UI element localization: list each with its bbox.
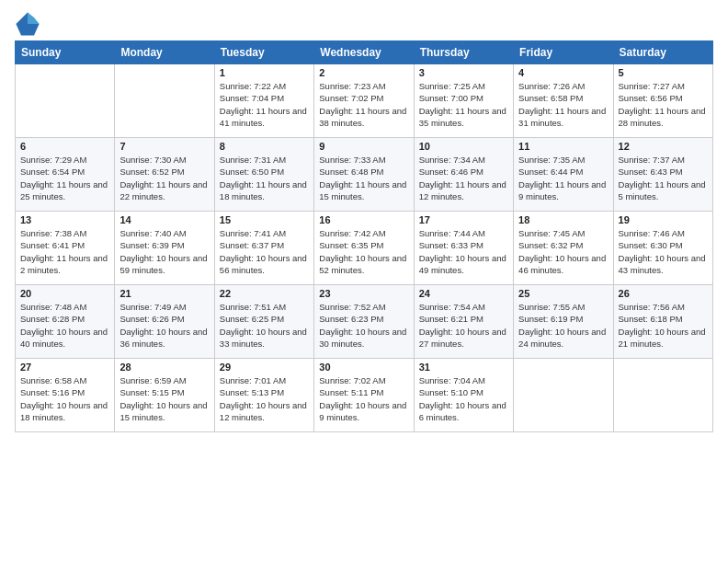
day-number: 27 <box>20 362 109 373</box>
calendar-cell: 17Sunrise: 7:44 AM Sunset: 6:33 PM Dayli… <box>414 212 513 285</box>
calendar-cell: 29Sunrise: 7:01 AM Sunset: 5:13 PM Dayli… <box>214 359 313 432</box>
calendar-cell: 4Sunrise: 7:26 AM Sunset: 6:58 PM Daylig… <box>514 64 613 138</box>
calendar-cell: 28Sunrise: 6:59 AM Sunset: 5:15 PM Dayli… <box>115 359 214 432</box>
day-number: 29 <box>220 362 309 373</box>
calendar-cell: 6Sunrise: 7:29 AM Sunset: 6:54 PM Daylig… <box>16 138 115 212</box>
calendar-cell: 9Sunrise: 7:33 AM Sunset: 6:48 PM Daylig… <box>314 138 414 212</box>
calendar-cell <box>514 359 613 432</box>
day-number: 19 <box>619 214 708 225</box>
day-number: 14 <box>119 214 209 225</box>
day-number: 15 <box>220 214 309 225</box>
day-number: 4 <box>518 67 608 78</box>
day-info: Sunrise: 7:45 AM Sunset: 6:32 PM Dayligh… <box>518 227 608 276</box>
day-info: Sunrise: 6:58 AM Sunset: 5:16 PM Dayligh… <box>20 374 109 423</box>
day-info: Sunrise: 7:26 AM Sunset: 6:58 PM Dayligh… <box>518 80 608 129</box>
calendar-cell: 20Sunrise: 7:48 AM Sunset: 6:28 PM Dayli… <box>16 285 115 359</box>
day-info: Sunrise: 7:51 AM Sunset: 6:25 PM Dayligh… <box>220 301 309 350</box>
day-info: Sunrise: 7:35 AM Sunset: 6:44 PM Dayligh… <box>518 154 608 202</box>
calendar-week-row: 6Sunrise: 7:29 AM Sunset: 6:54 PM Daylig… <box>16 138 713 212</box>
day-info: Sunrise: 7:23 AM Sunset: 7:02 PM Dayligh… <box>319 80 408 129</box>
day-info: Sunrise: 7:55 AM Sunset: 6:19 PM Dayligh… <box>518 301 608 350</box>
calendar-cell: 8Sunrise: 7:31 AM Sunset: 6:50 PM Daylig… <box>214 138 313 212</box>
calendar-cell: 2Sunrise: 7:23 AM Sunset: 7:02 PM Daylig… <box>314 64 414 138</box>
day-info: Sunrise: 7:31 AM Sunset: 6:50 PM Dayligh… <box>220 154 309 202</box>
calendar-cell: 16Sunrise: 7:42 AM Sunset: 6:35 PM Dayli… <box>314 212 414 285</box>
day-info: Sunrise: 7:01 AM Sunset: 5:13 PM Dayligh… <box>220 374 309 423</box>
weekday-header: Monday <box>115 41 214 64</box>
day-info: Sunrise: 7:27 AM Sunset: 6:56 PM Dayligh… <box>619 80 708 129</box>
day-number: 25 <box>518 288 608 299</box>
day-number: 10 <box>419 141 508 152</box>
day-info: Sunrise: 7:41 AM Sunset: 6:37 PM Dayligh… <box>220 227 309 276</box>
day-info: Sunrise: 7:49 AM Sunset: 6:26 PM Dayligh… <box>119 301 209 350</box>
day-info: Sunrise: 7:52 AM Sunset: 6:23 PM Dayligh… <box>319 301 408 350</box>
day-info: Sunrise: 7:25 AM Sunset: 7:00 PM Dayligh… <box>419 80 508 129</box>
calendar-cell: 11Sunrise: 7:35 AM Sunset: 6:44 PM Dayli… <box>514 138 613 212</box>
day-number: 24 <box>419 288 508 299</box>
weekday-header: Tuesday <box>214 41 313 64</box>
day-number: 8 <box>220 141 309 152</box>
day-number: 30 <box>319 362 408 373</box>
day-info: Sunrise: 7:38 AM Sunset: 6:41 PM Dayligh… <box>20 227 109 276</box>
day-info: Sunrise: 7:02 AM Sunset: 5:11 PM Dayligh… <box>319 374 408 423</box>
day-info: Sunrise: 7:33 AM Sunset: 6:48 PM Dayligh… <box>319 154 408 202</box>
day-info: Sunrise: 7:48 AM Sunset: 6:28 PM Dayligh… <box>20 301 109 350</box>
calendar-cell <box>16 64 115 138</box>
logo-icon <box>15 11 40 37</box>
day-number: 9 <box>319 141 408 152</box>
day-number: 17 <box>419 214 508 225</box>
day-info: Sunrise: 7:54 AM Sunset: 6:21 PM Dayligh… <box>419 301 508 350</box>
calendar-cell: 31Sunrise: 7:04 AM Sunset: 5:10 PM Dayli… <box>414 359 513 432</box>
day-number: 12 <box>619 141 708 152</box>
calendar-cell: 10Sunrise: 7:34 AM Sunset: 6:46 PM Dayli… <box>414 138 513 212</box>
weekday-header: Thursday <box>414 41 513 64</box>
calendar-cell <box>115 64 214 138</box>
calendar-cell: 1Sunrise: 7:22 AM Sunset: 7:04 PM Daylig… <box>214 64 313 138</box>
day-info: Sunrise: 7:40 AM Sunset: 6:39 PM Dayligh… <box>119 227 209 276</box>
day-number: 28 <box>119 362 209 373</box>
day-info: Sunrise: 7:56 AM Sunset: 6:18 PM Dayligh… <box>619 301 708 350</box>
svg-marker-1 <box>28 12 40 24</box>
calendar-cell: 25Sunrise: 7:55 AM Sunset: 6:19 PM Dayli… <box>514 285 613 359</box>
weekday-header-row: SundayMondayTuesdayWednesdayThursdayFrid… <box>16 41 713 64</box>
day-number: 26 <box>619 288 708 299</box>
day-number: 21 <box>119 288 209 299</box>
calendar-cell: 30Sunrise: 7:02 AM Sunset: 5:11 PM Dayli… <box>314 359 414 432</box>
calendar-cell: 23Sunrise: 7:52 AM Sunset: 6:23 PM Dayli… <box>314 285 414 359</box>
day-number: 31 <box>419 362 508 373</box>
calendar-cell: 27Sunrise: 6:58 AM Sunset: 5:16 PM Dayli… <box>16 359 115 432</box>
calendar-cell: 24Sunrise: 7:54 AM Sunset: 6:21 PM Dayli… <box>414 285 513 359</box>
day-number: 3 <box>419 67 508 78</box>
page: SundayMondayTuesdayWednesdayThursdayFrid… <box>0 0 728 440</box>
weekday-header: Wednesday <box>314 41 414 64</box>
logo <box>15 11 44 37</box>
day-number: 23 <box>319 288 408 299</box>
calendar-cell <box>613 359 712 432</box>
day-info: Sunrise: 7:42 AM Sunset: 6:35 PM Dayligh… <box>319 227 408 276</box>
calendar-cell: 5Sunrise: 7:27 AM Sunset: 6:56 PM Daylig… <box>613 64 712 138</box>
day-info: Sunrise: 7:04 AM Sunset: 5:10 PM Dayligh… <box>419 374 508 423</box>
day-info: Sunrise: 7:37 AM Sunset: 6:43 PM Dayligh… <box>619 154 708 202</box>
calendar-cell: 7Sunrise: 7:30 AM Sunset: 6:52 PM Daylig… <box>115 138 214 212</box>
day-number: 11 <box>518 141 608 152</box>
day-number: 2 <box>319 67 408 78</box>
calendar-cell: 14Sunrise: 7:40 AM Sunset: 6:39 PM Dayli… <box>115 212 214 285</box>
day-info: Sunrise: 7:34 AM Sunset: 6:46 PM Dayligh… <box>419 154 508 202</box>
calendar-cell: 13Sunrise: 7:38 AM Sunset: 6:41 PM Dayli… <box>16 212 115 285</box>
day-number: 18 <box>518 214 608 225</box>
day-info: Sunrise: 6:59 AM Sunset: 5:15 PM Dayligh… <box>119 374 209 423</box>
weekday-header: Sunday <box>16 41 115 64</box>
weekday-header: Friday <box>514 41 613 64</box>
calendar-cell: 18Sunrise: 7:45 AM Sunset: 6:32 PM Dayli… <box>514 212 613 285</box>
day-number: 5 <box>619 67 708 78</box>
day-number: 7 <box>119 141 209 152</box>
day-number: 22 <box>220 288 309 299</box>
calendar-cell: 26Sunrise: 7:56 AM Sunset: 6:18 PM Dayli… <box>613 285 712 359</box>
day-info: Sunrise: 7:29 AM Sunset: 6:54 PM Dayligh… <box>20 154 109 202</box>
calendar-cell: 19Sunrise: 7:46 AM Sunset: 6:30 PM Dayli… <box>613 212 712 285</box>
calendar-cell: 15Sunrise: 7:41 AM Sunset: 6:37 PM Dayli… <box>214 212 313 285</box>
day-info: Sunrise: 7:46 AM Sunset: 6:30 PM Dayligh… <box>619 227 708 276</box>
calendar-week-row: 27Sunrise: 6:58 AM Sunset: 5:16 PM Dayli… <box>16 359 713 432</box>
day-number: 16 <box>319 214 408 225</box>
calendar-week-row: 13Sunrise: 7:38 AM Sunset: 6:41 PM Dayli… <box>16 212 713 285</box>
